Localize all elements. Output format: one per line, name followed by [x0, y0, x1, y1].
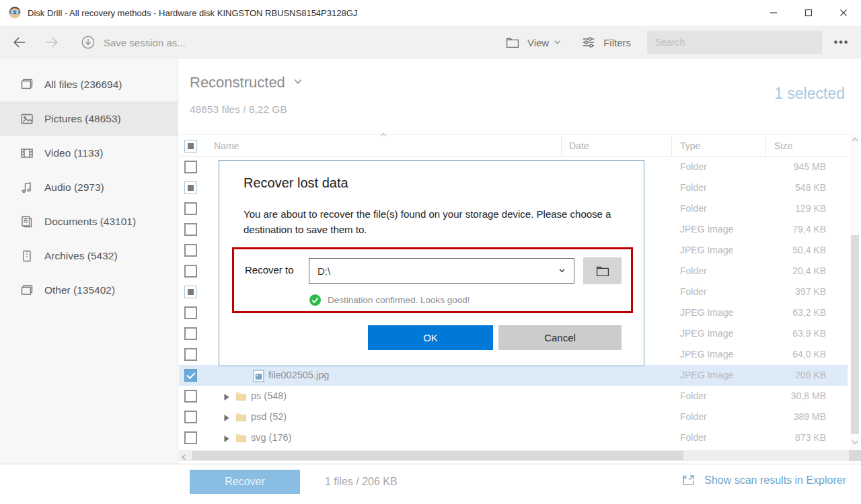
scroll-up-icon[interactable] — [851, 134, 859, 146]
pictures-icon — [20, 112, 34, 126]
folder-name: ps (548) — [251, 390, 287, 401]
expand-icon[interactable] — [223, 392, 230, 404]
ok-button[interactable]: OK — [368, 325, 493, 350]
sidebar-item-video[interactable]: Video (1133) — [0, 136, 178, 170]
vertical-scrollbar-thumb[interactable] — [851, 235, 859, 434]
sidebar-item-label: Pictures (48653) — [44, 113, 121, 125]
file-type: Folder — [680, 432, 707, 443]
file-size: 30,8 MB — [791, 390, 826, 401]
all-files-icon — [20, 78, 34, 91]
row-checkbox[interactable] — [184, 390, 197, 403]
file-type: Folder — [680, 390, 707, 401]
row-checkbox[interactable] — [184, 265, 197, 278]
file-type: Folder — [680, 161, 707, 172]
file-size: 873 KB — [795, 432, 826, 443]
audio-icon — [20, 181, 34, 194]
scroll-left-icon[interactable] — [180, 452, 188, 464]
column-divider — [765, 136, 766, 156]
file-size: 206 KB — [795, 370, 826, 380]
scrollbar-corner — [849, 450, 861, 461]
selected-files-summary: 1 files / 206 KB — [325, 476, 398, 488]
row-checkbox[interactable] — [184, 411, 197, 423]
recover-button[interactable]: Recover — [190, 470, 300, 494]
row-checkbox[interactable] — [184, 431, 197, 444]
row-checkbox[interactable] — [184, 306, 197, 319]
row-checkbox[interactable] — [184, 327, 197, 340]
filters-button[interactable]: Filters — [581, 35, 631, 50]
expand-icon[interactable] — [223, 433, 230, 446]
maximize-button[interactable] — [791, 0, 826, 26]
file-size: 63,9 KB — [792, 328, 826, 339]
video-icon — [20, 146, 34, 160]
scroll-down-icon[interactable] — [851, 437, 859, 449]
recover-dialog: Recover lost data You are about to recov… — [219, 160, 644, 366]
file-type: JPEG Image — [680, 245, 733, 255]
sidebar-item-all-files[interactable]: All files (236694) — [0, 67, 178, 101]
category-dropdown[interactable]: Reconstructed — [190, 74, 303, 91]
browse-folder-button[interactable] — [583, 257, 622, 284]
row-checkbox[interactable] — [184, 244, 197, 257]
file-size: 20,4 KB — [792, 265, 826, 276]
file-size: 50,4 KB — [792, 245, 826, 255]
filters-icon — [581, 35, 596, 50]
sidebar-item-other[interactable]: Other (135402) — [0, 273, 178, 307]
horizontal-scrollbar[interactable] — [179, 450, 849, 461]
table-row[interactable]: psd (52)Folder389 MB — [179, 407, 848, 427]
sidebar-item-label: Other (135402) — [44, 284, 115, 296]
row-checkbox[interactable] — [184, 181, 197, 194]
cancel-button[interactable]: Cancel — [498, 325, 622, 350]
table-row[interactable]: svg (176)Folder873 KB — [179, 427, 848, 448]
disk-drill-logo-icon — [8, 6, 22, 19]
green-check-icon — [309, 294, 322, 306]
file-size: 129 KB — [795, 203, 826, 214]
minimize-button[interactable] — [756, 0, 791, 26]
forward-button[interactable] — [44, 35, 59, 50]
column-header-date[interactable]: Date — [569, 140, 589, 151]
row-checkbox[interactable] — [184, 223, 197, 236]
file-type: Folder — [680, 411, 707, 422]
expand-icon[interactable] — [223, 413, 230, 425]
table-row[interactable]: file002505.jpgJPEG Image206 KB — [179, 365, 848, 386]
column-header-name[interactable]: Name — [214, 140, 239, 151]
column-divider — [561, 136, 562, 156]
table-row[interactable]: ps (548)Folder30,8 MB — [179, 386, 848, 407]
toolbar: Save session as... View Filters ••• — [0, 26, 861, 59]
file-type: JPEG Image — [680, 349, 733, 360]
sidebar-item-pictures[interactable]: Pictures (48653) — [0, 101, 178, 136]
column-header-type[interactable]: Type — [680, 140, 700, 151]
column-header-size[interactable]: Size — [774, 140, 792, 151]
destination-select[interactable]: D:\ — [309, 258, 574, 284]
file-size: 548 KB — [795, 182, 826, 193]
sidebar-item-label: Archives (5432) — [44, 250, 118, 262]
sidebar-item-documents[interactable]: Documents (43101) — [0, 204, 178, 239]
select-all-checkbox[interactable] — [184, 140, 197, 153]
show-in-explorer-link[interactable]: Show scan results in Explorer — [681, 473, 846, 487]
file-size: 79,4 KB — [792, 224, 826, 235]
file-type: JPEG Image — [680, 224, 733, 235]
file-type: Folder — [680, 182, 707, 193]
file-name: file002505.jpg — [268, 370, 329, 380]
search-input[interactable] — [647, 31, 822, 54]
dialog-message: You are about to recover the file(s) fou… — [244, 206, 630, 238]
close-button[interactable] — [826, 0, 861, 26]
external-folder-icon — [681, 473, 696, 487]
save-session-button[interactable]: Save session as... — [81, 35, 186, 50]
file-type: JPEG Image — [680, 328, 733, 339]
row-checkbox[interactable] — [184, 202, 197, 215]
sidebar-item-audio[interactable]: Audio (2973) — [0, 170, 178, 204]
other-icon — [20, 284, 34, 297]
row-checkbox[interactable] — [184, 161, 197, 173]
vertical-scrollbar[interactable] — [850, 134, 860, 450]
row-checkbox[interactable] — [184, 369, 197, 382]
sidebar-item-archives[interactable]: Archives (5432) — [0, 239, 178, 273]
destination-value: D:\ — [317, 265, 558, 277]
chevron-down-icon — [558, 265, 566, 277]
file-type: JPEG Image — [680, 370, 733, 380]
more-options-button[interactable]: ••• — [822, 36, 861, 48]
back-button[interactable] — [12, 35, 27, 50]
view-dropdown[interactable]: View — [505, 35, 561, 50]
file-size: 64,0 KB — [792, 349, 826, 360]
row-checkbox[interactable] — [184, 348, 197, 361]
horizontal-scrollbar-thumb[interactable] — [192, 451, 683, 460]
row-checkbox[interactable] — [184, 286, 197, 298]
